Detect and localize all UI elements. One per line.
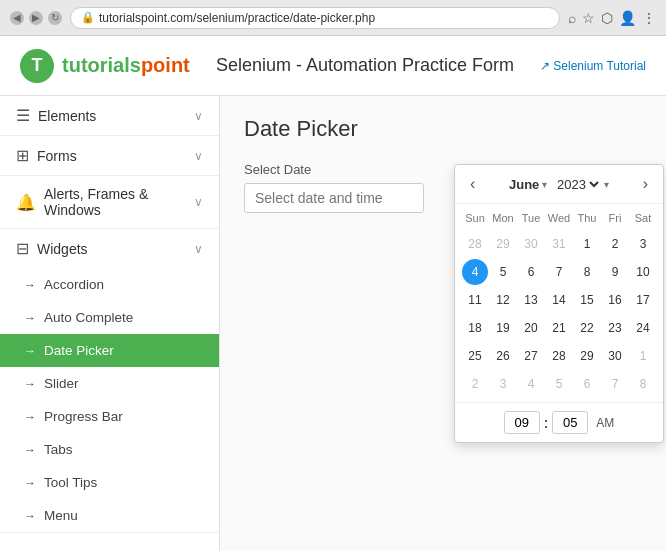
sidebar-section-forms-header[interactable]: ⊞ Forms ∨: [0, 136, 219, 175]
sidebar-item-tabs[interactable]: → Tabs: [0, 433, 219, 466]
sidebar-section-widgets: ⊟ Widgets ∨ → Accordion → Auto Complete …: [0, 229, 219, 533]
calendar-day[interactable]: 6: [518, 259, 544, 285]
star-icon[interactable]: ☆: [582, 10, 595, 26]
calendar-dropdown: ‹ June ▾ 2023: [454, 164, 664, 443]
calendar-day[interactable]: 14: [546, 287, 572, 313]
calendar-prev-button[interactable]: ‹: [465, 173, 480, 195]
sidebar-item-slider[interactable]: → Slider: [0, 367, 219, 400]
sidebar-item-autocomplete[interactable]: → Auto Complete: [0, 301, 219, 334]
calendar-day[interactable]: 21: [546, 315, 572, 341]
profile-icon[interactable]: 👤: [619, 10, 636, 26]
forward-button[interactable]: ▶: [29, 11, 43, 25]
pickers-row: Select Date Select Date and Time ‹ J: [244, 162, 642, 213]
calendar-day[interactable]: 5: [490, 259, 516, 285]
link-icon: ↗: [540, 59, 550, 73]
calendar-month-year: June ▾ 2023 ▾: [509, 176, 609, 193]
sidebar-item-menu[interactable]: → Menu: [0, 499, 219, 532]
select-date-input[interactable]: [244, 183, 424, 213]
sidebar-section-elements: ☰ Elements ∨: [0, 96, 219, 136]
sidebar-section-widgets-header[interactable]: ⊟ Widgets ∨: [0, 229, 219, 268]
alerts-label: Alerts, Frames & Windows: [44, 186, 194, 218]
sidebar-section-alerts-header[interactable]: 🔔 Alerts, Frames & Windows ∨: [0, 176, 219, 228]
sidebar-section-elements-header[interactable]: ☰ Elements ∨: [0, 96, 219, 135]
calendar-day[interactable]: 23: [602, 315, 628, 341]
calendar-day[interactable]: 20: [518, 315, 544, 341]
calendar-day[interactable]: 28: [462, 231, 488, 257]
calendar-day[interactable]: 28: [546, 343, 572, 369]
calendar-day[interactable]: 12: [490, 287, 516, 313]
calendar-grid: Sun Mon Tue Wed Thu Fri Sat 282930311234…: [455, 204, 663, 402]
minute-input[interactable]: [552, 411, 588, 434]
menu-label: Menu: [44, 508, 78, 523]
calendar-day[interactable]: 7: [602, 371, 628, 397]
forms-chevron: ∨: [194, 149, 203, 163]
address-bar[interactable]: 🔒 tutorialspoint.com/selenium/practice/d…: [70, 7, 560, 29]
day-header-fri: Fri: [601, 208, 629, 228]
elements-icon: ☰: [16, 106, 30, 125]
calendar-day[interactable]: 17: [630, 287, 656, 313]
calendar-day[interactable]: 30: [518, 231, 544, 257]
refresh-button[interactable]: ↻: [48, 11, 62, 25]
search-icon[interactable]: ⌕: [568, 10, 576, 26]
select-datetime-group: Select Date and Time ‹ June ▾: [454, 162, 634, 213]
calendar-day[interactable]: 3: [630, 231, 656, 257]
day-header-thu: Thu: [573, 208, 601, 228]
menu-icon[interactable]: ⋮: [642, 10, 656, 26]
calendar-day[interactable]: 13: [518, 287, 544, 313]
calendar-day[interactable]: 31: [546, 231, 572, 257]
calendar-days: 2829303112345678910111213141516171819202…: [461, 230, 657, 398]
calendar-day[interactable]: 2: [462, 371, 488, 397]
time-colon: :: [544, 415, 549, 431]
site-header: T tutorialspoint Selenium - Automation P…: [0, 36, 666, 96]
calendar-day[interactable]: 4: [518, 371, 544, 397]
elements-chevron: ∨: [194, 109, 203, 123]
calendar-day[interactable]: 27: [518, 343, 544, 369]
back-button[interactable]: ◀: [10, 11, 24, 25]
calendar-day[interactable]: 5: [546, 371, 572, 397]
calendar-day[interactable]: 24: [630, 315, 656, 341]
calendar-day[interactable]: 22: [574, 315, 600, 341]
calendar-day[interactable]: 16: [602, 287, 628, 313]
calendar-day[interactable]: 25: [462, 343, 488, 369]
accordion-arrow-icon: →: [24, 278, 36, 292]
alerts-chevron: ∨: [194, 195, 203, 209]
calendar-day[interactable]: 4: [462, 259, 488, 285]
day-header-mon: Mon: [489, 208, 517, 228]
calendar-day[interactable]: 6: [574, 371, 600, 397]
calendar-day[interactable]: 18: [462, 315, 488, 341]
widgets-label: Widgets: [37, 241, 88, 257]
sidebar-item-accordion[interactable]: → Accordion: [0, 268, 219, 301]
calendar-day[interactable]: 7: [546, 259, 572, 285]
extension-icon[interactable]: ⬡: [601, 10, 613, 26]
progressbar-label: Progress Bar: [44, 409, 123, 424]
calendar-day[interactable]: 1: [574, 231, 600, 257]
datepicker-label: Date Picker: [44, 343, 114, 358]
sidebar-item-datepicker[interactable]: → Date Picker: [0, 334, 219, 367]
calendar-day[interactable]: 19: [490, 315, 516, 341]
calendar-day[interactable]: 1: [630, 343, 656, 369]
calendar-day[interactable]: 3: [490, 371, 516, 397]
calendar-day[interactable]: 8: [574, 259, 600, 285]
calendar-day[interactable]: 30: [602, 343, 628, 369]
calendar-day[interactable]: 26: [490, 343, 516, 369]
calendar-day[interactable]: 10: [630, 259, 656, 285]
month-select[interactable]: June: [509, 177, 540, 192]
logo-point: point: [141, 54, 190, 76]
slider-arrow-icon: →: [24, 377, 36, 391]
calendar-day[interactable]: 15: [574, 287, 600, 313]
alerts-header-left: 🔔 Alerts, Frames & Windows: [16, 186, 194, 218]
selenium-tutorial-link[interactable]: ↗ Selenium Tutorial: [540, 59, 646, 73]
day-header-tue: Tue: [517, 208, 545, 228]
sidebar-item-progressbar[interactable]: → Progress Bar: [0, 400, 219, 433]
calendar-day[interactable]: 11: [462, 287, 488, 313]
calendar-day[interactable]: 29: [490, 231, 516, 257]
sidebar: ☰ Elements ∨ ⊞ Forms ∨ 🔔 Alerts, Frames …: [0, 96, 220, 551]
hour-input[interactable]: [504, 411, 540, 434]
year-select[interactable]: 2023: [553, 176, 602, 193]
sidebar-item-tooltips[interactable]: → Tool Tips: [0, 466, 219, 499]
calendar-day[interactable]: 2: [602, 231, 628, 257]
calendar-next-button[interactable]: ›: [638, 173, 653, 195]
calendar-day[interactable]: 8: [630, 371, 656, 397]
calendar-day[interactable]: 29: [574, 343, 600, 369]
calendar-day[interactable]: 9: [602, 259, 628, 285]
